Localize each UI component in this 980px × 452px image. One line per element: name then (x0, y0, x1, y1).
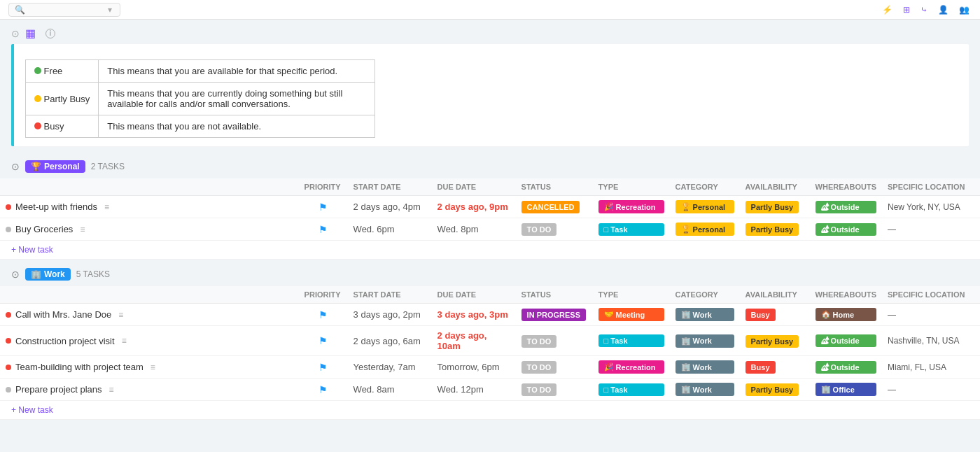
group-badge-personal: 🏆 Personal (25, 160, 85, 173)
task-status[interactable]: TO DO (516, 218, 593, 241)
task-type[interactable]: 🎉 Recreation (593, 356, 670, 379)
info-icon[interactable]: i (46, 29, 55, 38)
task-status[interactable]: TO DO (516, 379, 593, 401)
type-badge: □ Task (598, 223, 664, 236)
type-icon: □ (604, 225, 609, 234)
due-date-text: Wed. 8pm (438, 224, 479, 234)
task-availability[interactable]: Busy (740, 304, 810, 326)
task-type[interactable]: □ Task (593, 326, 670, 356)
table-row: Buy Groceries ≡ ⚑ Wed. 6pm Wed. 8pm TO D… (0, 218, 980, 241)
table-row: Call with Mrs. Jane Doe ≡ ⚑ 3 days ago, … (0, 304, 980, 326)
category-icon: 🏢 (681, 310, 691, 319)
task-name-cell: Meet-up with friends ≡ (0, 196, 299, 218)
assignee-button[interactable]: 👥 (959, 5, 972, 15)
task-status[interactable]: IN PROGRESS (516, 304, 593, 326)
avail-dot (34, 95, 41, 102)
task-category[interactable]: 🏆 Personal (670, 196, 740, 218)
task-availability[interactable]: Partly Busy (740, 196, 810, 218)
avail-row-label: Partly Busy (26, 83, 99, 115)
col-header-whereabouts: WHEREABOUTS (810, 286, 882, 304)
task-whereabouts[interactable]: 🏕 Outside (810, 326, 882, 356)
availability-badge: Partly Busy (746, 335, 799, 348)
grid-icon: ▦ (25, 27, 36, 40)
task-category[interactable]: 🏢 Work (670, 326, 740, 356)
task-availability[interactable]: Partly Busy (740, 326, 810, 356)
task-name-cell: Construction project visit ≡ (0, 326, 299, 356)
group-icon-work: 🏢 (31, 269, 41, 279)
start-date-text: Wed. 6pm (354, 224, 395, 234)
avail-row-label: Busy (26, 115, 99, 138)
groupby-button[interactable]: ⊞ (903, 5, 912, 15)
search-input[interactable] (28, 5, 105, 15)
task-priority: ⚑ (299, 356, 348, 379)
availability-badge: Partly Busy (746, 223, 799, 236)
group-header-personal[interactable]: ⊙ 🏆 Personal 2 TASKS (0, 155, 980, 178)
task-availability[interactable]: Partly Busy (740, 218, 810, 241)
filter-button[interactable]: ⚡ (882, 5, 895, 15)
task-options-icon[interactable]: ≡ (118, 310, 123, 320)
whereabouts-badge: 🏕 Outside (816, 361, 876, 374)
table-row: Prepare project plans ≡ ⚑ Wed. 8am Wed. … (0, 379, 980, 401)
type-icon: □ (604, 386, 609, 394)
flag-icon: ⚑ (318, 384, 328, 395)
category-icon: 🏆 (681, 225, 691, 234)
task-whereabouts[interactable]: 🏕 Outside (810, 218, 882, 241)
type-badge: 🤝 Meeting (598, 308, 664, 321)
col-header-whereabouts: WHEREABOUTS (810, 178, 882, 196)
task-due-date: Wed. 12pm (432, 379, 516, 401)
col-header-status: STATUS (516, 286, 593, 304)
page-title: i (41, 29, 55, 38)
task-category[interactable]: 🏢 Work (670, 379, 740, 401)
group-chevron-personal[interactable]: ⊙ (11, 161, 20, 172)
category-badge: 🏢 Work (676, 383, 734, 396)
whereabouts-icon: 🏢 (821, 385, 831, 394)
task-status[interactable]: CANCELLED (516, 196, 593, 218)
new-task-row-personal[interactable]: + New task (0, 241, 980, 260)
col-header-status: STATUS (516, 178, 593, 196)
new-task-button[interactable]: + New task (0, 401, 980, 420)
new-task-button[interactable]: + New task (0, 241, 980, 260)
col-header-due-date: DUE DATE (432, 178, 516, 196)
task-due-date: Tomorrow, 6pm (432, 356, 516, 379)
task-options-icon[interactable]: ≡ (104, 202, 109, 212)
task-name: Prepare project plans ≡ (6, 384, 293, 395)
collapse-icon[interactable]: ⊙ (11, 28, 20, 39)
task-whereabouts[interactable]: 🏠 Home (810, 304, 882, 326)
task-category[interactable]: 🏢 Work (670, 356, 740, 379)
group-chevron-work[interactable]: ⊙ (11, 269, 20, 280)
task-type[interactable]: 🤝 Meeting (593, 304, 670, 326)
start-date-text: Wed. 8am (354, 384, 395, 395)
search-box[interactable]: 🔍 ▾ (8, 3, 120, 17)
task-category[interactable]: 🏢 Work (670, 304, 740, 326)
table-row: Construction project visit ≡ ⚑ 2 days ag… (0, 326, 980, 356)
group-header-work[interactable]: ⊙ 🏢 Work 5 TASKS (0, 262, 980, 286)
task-due-date: 2 days ago, 10am (432, 326, 516, 356)
task-type[interactable]: 🎉 Recreation (593, 196, 670, 218)
new-task-row-work[interactable]: + New task (0, 401, 980, 420)
subtasks-button[interactable]: ⤷ (920, 5, 930, 15)
task-whereabouts[interactable]: 🏕 Outside (810, 356, 882, 379)
task-availability[interactable]: Busy (740, 356, 810, 379)
col-header-start-date: START DATE (348, 286, 432, 304)
task-options-icon[interactable]: ≡ (122, 336, 127, 346)
groupby-icon: ⊞ (903, 5, 910, 15)
task-type[interactable]: □ Task (593, 379, 670, 401)
task-whereabouts[interactable]: 🏕 Outside (810, 196, 882, 218)
task-category[interactable]: 🏆 Personal (670, 218, 740, 241)
top-bar-actions: ⚡ ⊞ ⤷ 👤 👥 (882, 5, 972, 15)
task-options-icon[interactable]: ≡ (109, 385, 114, 395)
type-icon: 🤝 (604, 310, 614, 319)
task-status[interactable]: TO DO (516, 326, 593, 356)
task-whereabouts[interactable]: 🏢 Office (810, 379, 882, 401)
me-button[interactable]: 👤 (938, 5, 951, 15)
task-availability[interactable]: Partly Busy (740, 379, 810, 401)
task-status[interactable]: TO DO (516, 356, 593, 379)
col-header-availability: AVAILABILITY (740, 286, 810, 304)
task-options-icon[interactable]: ≡ (150, 362, 155, 372)
group-icon-personal: 🏆 (31, 162, 41, 171)
task-location: Nashville, TN, USA (882, 326, 980, 356)
main-content: ⊙ ▦ i Free This means that you are avail… (0, 20, 980, 452)
task-location: — (882, 379, 980, 401)
task-options-icon[interactable]: ≡ (80, 225, 85, 234)
task-type[interactable]: □ Task (593, 218, 670, 241)
